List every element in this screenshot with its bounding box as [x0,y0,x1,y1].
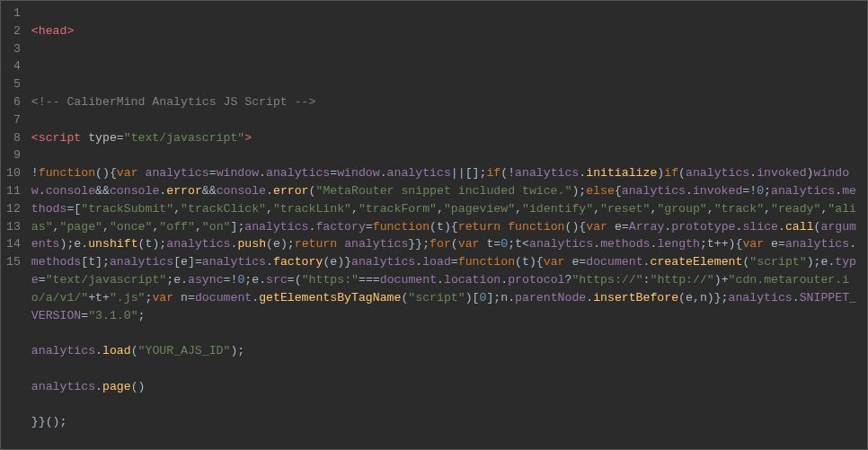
code-line: <head> [31,22,862,40]
line-number: 15 [6,253,21,271]
line-number: 10 [6,164,21,182]
line-number: 12 [6,200,21,218]
line-number: 9 [6,146,21,164]
line-number: 14 [6,235,21,253]
line-number: 11 [6,182,21,200]
code-line [31,57,862,75]
code-line: <!-- CaliberMind Analytics JS Script --> [31,93,862,111]
line-number: 13 [6,218,21,236]
code-line: analytics.page() [31,378,862,396]
code-line: !function(){var analytics=window.analyti… [31,164,862,324]
line-number: 8 [6,129,21,147]
line-gutter: 1 2 3 4 5 6 7 8 9 10 11 12 13 14 15 [1,1,30,449]
line-number: 5 [6,75,21,93]
code-area[interactable]: <head> <!-- CaliberMind Analytics JS Scr… [30,1,867,449]
line-number: 7 [6,111,21,129]
line-number: 3 [6,40,21,58]
line-number: 1 [6,4,21,22]
line-number: 2 [6,22,21,40]
line-number: 4 [6,57,21,75]
code-line: analytics.load("YOUR_AJS_ID"); [31,342,862,360]
code-editor: 1 2 3 4 5 6 7 8 9 10 11 12 13 14 15 <hea… [1,1,867,449]
line-number: 6 [6,93,21,111]
code-line: <script type="text/javascript"> [31,129,862,147]
code-line: }}(); [31,413,862,431]
